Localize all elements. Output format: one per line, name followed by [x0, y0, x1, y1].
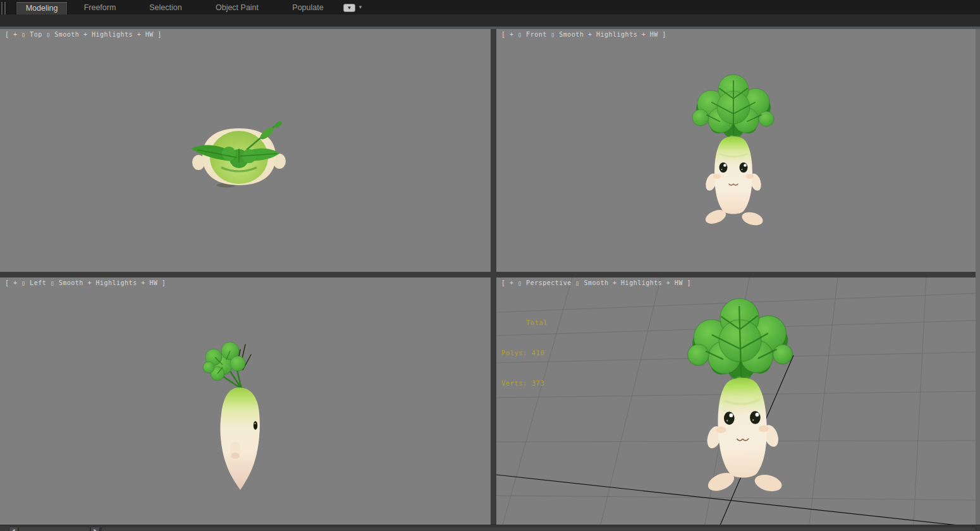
caret-down-icon[interactable]: ▼: [358, 4, 363, 10]
timeline-divider: [100, 526, 101, 531]
viewport-left[interactable]: [ + ▯ Left ▯ Smooth + Highlights + HW ]: [0, 278, 491, 525]
stats-verts: Verts: 373: [501, 378, 548, 388]
timeline-bar: ◄ 0 / 100 ►: [0, 525, 980, 531]
radish-model-perspective-view[interactable]: [677, 292, 807, 503]
radish-model-front-view[interactable]: [683, 70, 784, 234]
ribbon-tab-modeling[interactable]: Modeling: [16, 1, 68, 15]
viewport-left-label[interactable]: [ + ▯ Left ▯ Smooth + Highlights + HW ]: [5, 279, 166, 286]
ribbon: Modeling Freeform Selection Object Paint…: [0, 0, 980, 29]
chevron-down-icon: ▼: [344, 4, 355, 11]
viewport-front-label[interactable]: [ + ▯ Front ▯ Smooth + Highlights + HW ]: [501, 31, 666, 38]
viewport-front[interactable]: [ + ▯ Front ▯ Smooth + Highlights + HW ]: [496, 29, 976, 272]
timeline-prev-button[interactable]: ◄: [9, 527, 18, 531]
viewport-area: [ + ▯ Top ▯ Smooth + Highlights + HW ]: [0, 29, 980, 525]
timeline-track[interactable]: [101, 527, 976, 531]
viewport-top[interactable]: [ + ▯ Top ▯ Smooth + Highlights + HW ]: [0, 29, 491, 272]
time-slider[interactable]: 0 / 100: [18, 527, 90, 531]
stats-total-label: Total: [501, 317, 548, 327]
timeline-next-button[interactable]: ►: [90, 527, 100, 531]
viewport-perspective-label[interactable]: [ + ▯ Perspective ▯ Smooth + Highlights …: [501, 279, 691, 286]
radish-model-top-view[interactable]: [183, 117, 297, 196]
statistics-overlay: Total Polys: 410 Verts: 373: [501, 297, 548, 408]
ribbon-tab-populate[interactable]: Populate: [283, 1, 333, 14]
ribbon-tab-selection[interactable]: Selection: [140, 1, 191, 14]
viewport-top-label[interactable]: [ + ▯ Top ▯ Smooth + Highlights + HW ]: [5, 31, 162, 38]
viewport-perspective[interactable]: [ + ▯ Perspective ▯ Smooth + Highlights …: [496, 278, 976, 525]
ribbon-tab-object-paint[interactable]: Object Paint: [205, 1, 269, 14]
viewport-right-edge: [976, 29, 980, 525]
ribbon-minimize-button[interactable]: ▼: [343, 4, 355, 12]
ribbon-panel-row: Polygon Modeling: [0, 15, 980, 27]
ribbon-tab-bar: Modeling Freeform Selection Object Paint…: [0, 0, 980, 15]
stats-polys: Polys: 410: [501, 348, 548, 358]
ribbon-tab-freeform[interactable]: Freeform: [75, 1, 125, 14]
radish-model-side-view[interactable]: [190, 332, 291, 493]
app-window: Modeling Freeform Selection Object Paint…: [0, 0, 980, 531]
